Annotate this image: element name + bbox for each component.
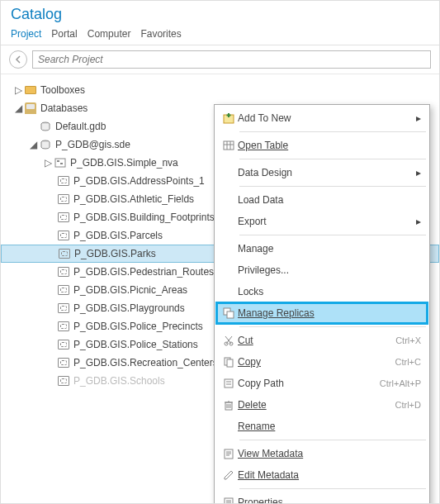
menu-properties[interactable]: Properties	[216, 492, 428, 504]
geodatabase-icon	[39, 120, 52, 133]
search-input[interactable]	[32, 50, 431, 69]
menu-data-design[interactable]: Data Design ▸	[216, 162, 428, 183]
expand-icon[interactable]: ▷	[12, 84, 24, 96]
arrow-left-icon	[14, 55, 22, 64]
menu-separator	[239, 440, 426, 440]
submenu-arrow-icon: ▸	[416, 112, 421, 124]
menu-export[interactable]: Export ▸	[216, 211, 428, 232]
metadata-icon	[220, 448, 238, 459]
feature-class-icon	[58, 247, 71, 260]
tree-label: Databases	[40, 102, 88, 114]
feature-class-icon	[57, 283, 70, 297]
tree-label: P_GDB.GIS.Picnic_Areas	[73, 284, 187, 296]
menu-open-table[interactable]: Open Table	[216, 135, 428, 156]
menu-privileges[interactable]: Privileges...	[216, 259, 428, 281]
menu-label: Properties	[238, 497, 421, 504]
cut-icon	[220, 335, 238, 346]
tree-label: P_GDB.GIS.Pedestrian_Routes	[73, 266, 214, 278]
sde-icon	[39, 138, 52, 151]
feature-class-icon	[57, 302, 70, 315]
tree-label: P_GDB.GIS.Simple_nva	[70, 157, 178, 169]
menu-edit-metadata[interactable]: Edit Metadata	[216, 464, 428, 486]
menu-label: Add To New	[238, 112, 416, 124]
back-button[interactable]	[9, 50, 27, 69]
svg-rect-6	[224, 141, 234, 150]
menu-label: Privileges...	[238, 264, 421, 276]
tab-project[interactable]: Project	[11, 28, 41, 40]
tree-label: P_GDB.GIS.Schools	[73, 375, 165, 387]
menu-label: Rename	[238, 421, 421, 432]
toolbox-icon	[24, 83, 37, 97]
add-map-icon	[220, 112, 238, 124]
menu-label: Cut	[238, 335, 395, 346]
menu-locks[interactable]: Locks	[216, 281, 428, 302]
tree-node-toolboxes[interactable]: ▷ Toolboxes	[1, 81, 439, 99]
tree-label: P_GDB.GIS.Playgrounds	[73, 302, 185, 314]
context-menu: Add To New ▸ Open Table Data Design ▸ Lo…	[214, 104, 430, 504]
panel-title: Catalog	[1, 1, 439, 25]
svg-rect-3	[57, 160, 59, 162]
tree-label: P_GDB.GIS.Police_Precincts	[73, 321, 203, 332]
submenu-arrow-icon: ▸	[416, 167, 421, 178]
svg-rect-13	[225, 379, 233, 388]
properties-icon	[220, 497, 238, 504]
menu-label: Load Data	[238, 194, 421, 206]
shortcut: Ctrl+D	[395, 400, 421, 410]
menu-label: Locks	[238, 286, 421, 297]
tree-label: P_GDB.GIS.Building_Footprints	[73, 212, 215, 223]
tree-label: P_GDB@gis.sde	[55, 139, 130, 150]
tab-favorites[interactable]: Favorites	[140, 28, 181, 40]
menu-separator	[239, 326, 426, 327]
tree-label: P_GDB.GIS.Parcels	[73, 230, 163, 241]
menu-label: View Metadata	[238, 448, 421, 459]
menu-view-metadata[interactable]: View Metadata	[216, 443, 428, 464]
feature-class-icon	[57, 211, 70, 224]
submenu-arrow-icon: ▸	[416, 216, 421, 227]
shortcut: Ctrl+C	[395, 357, 421, 367]
edit-icon	[220, 469, 238, 481]
tree-label: P_GDB.GIS.Athletic_Fields	[73, 193, 194, 205]
tab-computer[interactable]: Computer	[88, 28, 131, 40]
tab-portal[interactable]: Portal	[51, 28, 77, 40]
menu-label: Copy Path	[238, 378, 380, 389]
delete-icon	[220, 399, 238, 411]
menu-manage[interactable]: Manage	[216, 238, 428, 259]
menu-rename[interactable]: Rename	[216, 416, 428, 437]
feature-class-icon	[57, 356, 70, 369]
menu-separator	[239, 131, 426, 132]
menu-label: Export	[238, 216, 416, 227]
tabs-bar: Project Portal Computer Favorites	[1, 25, 439, 45]
menu-label: Copy	[238, 356, 395, 368]
collapse-icon[interactable]: ◢	[27, 139, 39, 150]
menu-separator	[239, 159, 426, 159]
svg-rect-4	[60, 163, 63, 164]
menu-label: Delete	[238, 399, 395, 411]
menu-load-data[interactable]: Load Data	[216, 189, 428, 211]
menu-separator	[239, 235, 426, 235]
expand-icon[interactable]: ▷	[42, 157, 54, 169]
menu-add-to-new[interactable]: Add To New ▸	[216, 107, 428, 129]
menu-copy-path[interactable]: Copy Path Ctrl+Alt+P	[216, 373, 428, 394]
menu-label: Open Table	[238, 140, 421, 151]
feature-class-icon	[57, 174, 70, 188]
menu-label: Edit Metadata	[238, 469, 421, 481]
menu-label: Data Design	[238, 167, 416, 178]
collapse-icon[interactable]: ◢	[12, 102, 24, 114]
feature-class-icon	[57, 374, 70, 388]
dataset-icon	[54, 156, 67, 169]
database-icon	[24, 102, 37, 115]
menu-delete[interactable]: Delete Ctrl+D	[216, 394, 428, 416]
shortcut: Ctrl+Alt+P	[380, 378, 421, 388]
feature-class-icon	[57, 338, 70, 351]
copy-path-icon	[220, 378, 238, 389]
feature-class-icon	[57, 193, 70, 206]
menu-manage-replicas[interactable]: Manage Replicas	[216, 302, 428, 324]
tree-label: P_GDB.GIS.AddressPoints_1	[73, 175, 205, 187]
menu-cut[interactable]: Cut Ctrl+X	[216, 330, 428, 351]
copy-icon	[220, 356, 238, 368]
table-icon	[220, 140, 238, 150]
menu-copy[interactable]: Copy Ctrl+C	[216, 351, 428, 373]
shortcut: Ctrl+X	[395, 335, 421, 345]
tree-label: Toolboxes	[40, 84, 85, 96]
svg-rect-12	[227, 359, 233, 367]
